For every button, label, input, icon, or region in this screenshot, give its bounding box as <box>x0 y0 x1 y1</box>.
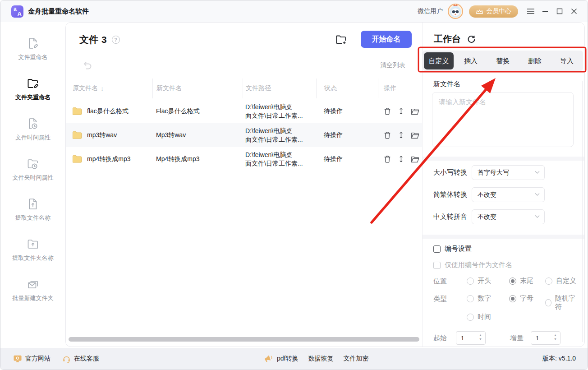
undo-icon <box>82 60 93 70</box>
tab-insert[interactable]: 插入 <box>456 51 486 71</box>
file-clock-icon <box>26 117 40 130</box>
batch-folders-icon <box>26 278 40 291</box>
radio-position-end[interactable]: 末尾 <box>509 277 533 285</box>
move-icon <box>397 155 405 163</box>
start-stepper[interactable]: 1 ▲▼ <box>456 331 486 345</box>
move-icon <box>397 107 405 116</box>
table-row[interactable]: mp3转wav Mp3转wav D:\feiwen\电脑桌 面文件\日常工作素.… <box>66 123 422 147</box>
sort-desc-icon[interactable]: ↓ <box>101 85 104 92</box>
type-radio-group: 类型 数字 字母 随机字符 <box>433 294 578 303</box>
sidebar-item-extract-folder-name[interactable]: 提取文件夹名称 <box>13 237 54 262</box>
col-header-original[interactable]: 原文件名 <box>73 84 98 92</box>
maximize-button[interactable] <box>552 0 567 22</box>
clear-list-button[interactable]: 清空列表 <box>380 61 405 69</box>
stepper-arrows-icon[interactable]: ▲▼ <box>554 333 557 341</box>
number-settings-checkbox[interactable] <box>433 245 441 253</box>
sidebar-item-extract-file-name[interactable]: 提取文件名称 <box>15 197 51 222</box>
delete-row-button[interactable] <box>383 131 391 139</box>
radio-icon <box>509 295 516 302</box>
sidebar-item-file-rename[interactable]: 文件重命名 <box>18 37 48 61</box>
sidebar: 文件重命名 文件夹重命名 文件时间属性 文件夹时间属性 <box>0 22 65 347</box>
open-folder-button[interactable] <box>411 131 419 139</box>
open-folder-button[interactable] <box>411 155 419 163</box>
hamburger-icon <box>527 8 535 14</box>
table-row[interactable]: mp4转换成mp3 Mp4转换成mp3 D:\feiwen\电脑桌 面文件\日常… <box>66 147 422 171</box>
sidebar-item-label: 文件重命名 <box>18 53 48 61</box>
member-center-button[interactable]: 会员中心 <box>469 5 518 18</box>
section-divider <box>423 157 584 161</box>
pinyin-convert-row: 中文转拼音 不改变 <box>433 209 545 224</box>
data-recovery-link[interactable]: 数据恢复 <box>308 355 333 363</box>
chevron-down-icon <box>535 171 540 174</box>
folder-edit-icon <box>26 77 40 90</box>
sidebar-item-folder-time[interactable]: 文件夹时间属性 <box>13 157 54 182</box>
increment-label: 增量 <box>510 334 524 342</box>
minimize-button[interactable] <box>538 0 552 22</box>
status-text: 待操作 <box>316 107 378 116</box>
move-row-button[interactable] <box>397 131 405 139</box>
move-row-button[interactable] <box>397 155 405 163</box>
table-body: flac是什么格式 Flac是什么格式 D:\feiwen\电脑桌 面文件\日常… <box>66 99 422 171</box>
radio-type-number[interactable]: 数字 <box>467 294 491 303</box>
user-label: 微信用户 <box>418 7 443 15</box>
refresh-button[interactable] <box>466 34 476 44</box>
menu-button[interactable] <box>524 0 538 22</box>
radio-position-start[interactable]: 开头 <box>467 277 491 285</box>
radio-type-letter[interactable]: 字母 <box>509 294 533 303</box>
case-convert-select[interactable]: 首字母大写 <box>472 165 545 180</box>
sidebar-item-batch-new-folder[interactable]: 批量新建文件夹 <box>13 278 54 302</box>
simplified-convert-select[interactable]: 不改变 <box>472 187 545 202</box>
simplified-convert-row: 简繁体转换 不改变 <box>433 187 545 202</box>
number-settings-label: 编号设置 <box>445 245 472 253</box>
sidebar-item-label: 批量新建文件夹 <box>13 294 54 302</box>
table-row[interactable]: flac是什么格式 Flac是什么格式 D:\feiwen\电脑桌 面文件\日常… <box>66 99 422 123</box>
new-name-label: 新文件名 <box>433 80 460 88</box>
move-row-button[interactable] <box>397 107 405 116</box>
sidebar-item-label: 文件夹时间属性 <box>13 174 54 182</box>
stepper-arrows-icon[interactable]: ▲▼ <box>479 333 482 341</box>
undo-button[interactable] <box>82 60 93 72</box>
sidebar-item-label: 提取文件名称 <box>15 214 51 222</box>
official-site-link[interactable]: 官方网站 <box>13 355 51 363</box>
folder-clock-icon <box>26 157 40 171</box>
col-header-status: 状态 <box>316 79 378 98</box>
radio-type-time[interactable]: 时间 <box>467 313 491 321</box>
pdf-convert-link[interactable]: pdf转换 <box>277 355 298 363</box>
app-logo-letter-A: A <box>18 10 22 17</box>
new-name-input[interactable] <box>432 92 573 147</box>
increment-stepper[interactable]: 1 ▲▼ <box>531 331 560 345</box>
trash-icon <box>383 131 391 139</box>
delete-row-button[interactable] <box>383 107 391 116</box>
megaphone-icon <box>263 354 273 363</box>
pinyin-convert-value: 不改变 <box>478 213 496 221</box>
help-icon[interactable]: ? <box>112 36 120 44</box>
radio-type-random[interactable]: 随机字符 <box>545 294 578 311</box>
tab-import[interactable]: 导入 <box>552 51 582 71</box>
col-header-newname: 新文件名 <box>152 79 243 98</box>
tab-custom[interactable]: 自定义 <box>424 52 454 69</box>
sidebar-item-label: 提取文件夹名称 <box>13 254 54 262</box>
radio-position-custom[interactable]: 自定义 <box>545 277 576 285</box>
pinyin-convert-select[interactable]: 不改变 <box>472 209 545 224</box>
horizontal-scrollbar[interactable] <box>69 337 419 342</box>
close-button[interactable] <box>567 0 581 22</box>
number-settings-row[interactable]: 编号设置 <box>433 245 472 253</box>
file-edit-icon <box>26 37 40 50</box>
file-encrypt-link[interactable]: 文件加密 <box>343 355 368 363</box>
workbench-panel: 工作台 自定义 插入 替换 删除 导入 新文件名 大小写转换 <box>422 23 584 347</box>
add-folder-button[interactable] <box>335 33 347 47</box>
delete-row-button[interactable] <box>383 155 391 163</box>
member-center-label: 会员中心 <box>486 7 511 15</box>
tab-replace[interactable]: 替换 <box>488 51 518 71</box>
start-rename-button[interactable]: 开始命名 <box>361 31 412 48</box>
tab-delete[interactable]: 删除 <box>520 51 550 71</box>
app-window: a A 金舟批量重命名软件 微信用户 会员中心 <box>0 0 588 370</box>
open-folder-button[interactable] <box>411 107 419 116</box>
online-service-link[interactable]: 在线客服 <box>62 355 99 363</box>
only-number-checkbox[interactable] <box>433 262 441 269</box>
case-convert-row: 大小写转换 首字母大写 <box>433 165 545 180</box>
sidebar-item-folder-rename[interactable]: 文件夹重命名 <box>15 77 51 102</box>
user-avatar[interactable] <box>447 3 464 19</box>
only-number-row[interactable]: 仅使用编号作为文件名 <box>433 261 512 269</box>
sidebar-item-file-time[interactable]: 文件时间属性 <box>15 117 51 142</box>
